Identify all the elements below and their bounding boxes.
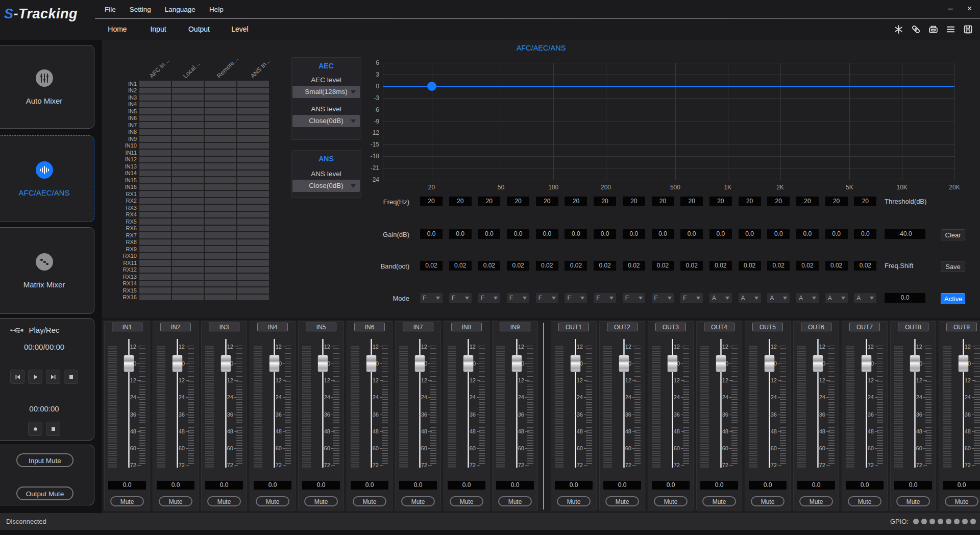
gain-value-input[interactable]: 0.0 <box>536 229 558 239</box>
gain-value-input[interactable]: 0.0 <box>565 229 587 239</box>
matrix-cell[interactable] <box>237 218 269 225</box>
matrix-cell[interactable] <box>139 184 171 190</box>
band-value-input[interactable]: 0.02 <box>536 261 558 271</box>
matrix-cell[interactable] <box>205 218 236 225</box>
mode-select[interactable]: F <box>507 293 529 303</box>
matrix-cell[interactable] <box>205 260 236 266</box>
matrix-cell[interactable] <box>172 184 204 190</box>
matrix-cell[interactable] <box>205 171 236 177</box>
matrix-cell[interactable] <box>237 115 269 121</box>
band-value-input[interactable]: 0.02 <box>565 261 587 271</box>
band-value-input[interactable]: 0.02 <box>478 261 500 271</box>
stop-button[interactable] <box>64 370 78 384</box>
freq-value-input[interactable]: 20 <box>420 197 443 206</box>
matrix-cell[interactable] <box>237 143 269 149</box>
mute-button[interactable]: Mute <box>848 496 881 506</box>
matrix-cell[interactable] <box>172 267 204 273</box>
band-value-input[interactable]: 0.02 <box>709 261 732 271</box>
matrix-cell[interactable] <box>237 253 269 259</box>
mode-select[interactable]: F <box>565 293 587 303</box>
matrix-cell[interactable] <box>237 232 269 238</box>
gain-value-input[interactable]: 0.0 <box>825 229 848 239</box>
matrix-cell[interactable] <box>172 260 204 266</box>
band-value-input[interactable]: 0.02 <box>825 261 848 271</box>
band-value-input[interactable]: 0.02 <box>623 261 645 271</box>
sidebar-item-matrix-mixer[interactable]: Matrix Mixer <box>0 227 94 314</box>
menu-language[interactable]: Language <box>165 6 195 13</box>
matrix-cell[interactable] <box>139 239 171 246</box>
matrix-cell[interactable] <box>205 184 236 190</box>
matrix-cell[interactable] <box>205 295 236 301</box>
matrix-cell[interactable] <box>172 157 204 163</box>
freq-value-input[interactable]: 20 <box>449 197 472 206</box>
freq-value-input[interactable]: 20 <box>739 197 761 206</box>
stop-record-button[interactable] <box>46 422 60 436</box>
mode-select[interactable]: F <box>680 293 703 303</box>
channel-gain-value[interactable]: 0.0 <box>254 481 291 490</box>
save-button[interactable]: Save <box>941 261 965 272</box>
matrix-cell[interactable] <box>172 191 204 197</box>
matrix-cell[interactable] <box>237 129 269 135</box>
matrix-cell[interactable] <box>205 274 236 280</box>
threshold-input[interactable]: -40.0 <box>885 229 925 239</box>
matrix-cell[interactable] <box>237 81 269 87</box>
matrix-cell[interactable] <box>139 253 171 259</box>
matrix-cell[interactable] <box>139 108 171 114</box>
matrix-cell[interactable] <box>139 94 171 101</box>
mute-button[interactable]: Mute <box>401 496 435 506</box>
mute-button[interactable]: Mute <box>353 496 386 506</box>
freq-value-input[interactable]: 20 <box>825 197 848 206</box>
response-point-handle[interactable] <box>427 82 436 91</box>
menu-setting[interactable]: Setting <box>130 6 151 13</box>
matrix-cell[interactable] <box>172 171 204 177</box>
matrix-cell[interactable] <box>205 267 236 273</box>
connect-icon[interactable] <box>894 25 903 34</box>
matrix-cell[interactable] <box>205 226 236 232</box>
matrix-cell[interactable] <box>237 246 269 252</box>
gain-value-input[interactable]: 0.0 <box>680 229 703 239</box>
matrix-cell[interactable] <box>237 150 269 156</box>
matrix-cell[interactable] <box>237 108 269 114</box>
matrix-cell[interactable] <box>237 239 269 246</box>
matrix-cell[interactable] <box>139 267 171 273</box>
mute-button[interactable]: Mute <box>896 496 930 506</box>
play-button[interactable] <box>28 370 42 384</box>
gain-value-input[interactable]: 0.0 <box>709 229 732 239</box>
freq-value-input[interactable]: 20 <box>767 197 790 206</box>
freq-value-input[interactable]: 20 <box>536 197 558 206</box>
sidebar-item-afc-aec-ans[interactable]: AFC/AEC/ANS <box>0 135 94 222</box>
matrix-cell[interactable] <box>172 115 204 121</box>
matrix-cell[interactable] <box>139 218 171 225</box>
freq-value-input[interactable]: 20 <box>854 197 876 206</box>
output-mute-button[interactable]: Output Mute <box>16 487 74 500</box>
aec-ans-level-select[interactable]: Close(0dB) <box>292 115 360 127</box>
matrix-cell[interactable] <box>205 191 236 197</box>
matrix-cell[interactable] <box>237 267 269 273</box>
tab-level[interactable]: Level <box>219 25 260 33</box>
mode-select[interactable]: A <box>709 293 732 303</box>
matrix-cell[interactable] <box>139 212 171 218</box>
freq-shift-input[interactable]: 0.0 <box>885 293 925 303</box>
matrix-cell[interactable] <box>237 163 269 169</box>
matrix-cell[interactable] <box>205 115 236 121</box>
band-value-input[interactable]: 0.02 <box>449 261 472 271</box>
matrix-cell[interactable] <box>237 260 269 266</box>
mute-button[interactable]: Mute <box>450 496 483 506</box>
matrix-cell[interactable] <box>172 163 204 169</box>
channel-gain-value[interactable]: 0.0 <box>108 481 146 490</box>
matrix-cell[interactable] <box>139 246 171 252</box>
gain-value-input[interactable]: 0.0 <box>739 229 761 239</box>
matrix-cell[interactable] <box>139 136 171 142</box>
gain-value-input[interactable]: 0.0 <box>420 229 443 239</box>
matrix-cell[interactable] <box>237 205 269 211</box>
matrix-cell[interactable] <box>205 163 236 169</box>
matrix-cell[interactable] <box>139 191 171 197</box>
matrix-cell[interactable] <box>139 115 171 121</box>
channel-gain-value[interactable]: 0.0 <box>700 481 738 490</box>
gain-value-input[interactable]: 0.0 <box>594 229 616 239</box>
band-value-input[interactable]: 0.02 <box>680 261 703 271</box>
channel-gain-value[interactable]: 0.0 <box>496 481 534 490</box>
matrix-cell[interactable] <box>205 129 236 135</box>
mute-button[interactable]: Mute <box>557 496 591 506</box>
matrix-cell[interactable] <box>139 157 171 163</box>
